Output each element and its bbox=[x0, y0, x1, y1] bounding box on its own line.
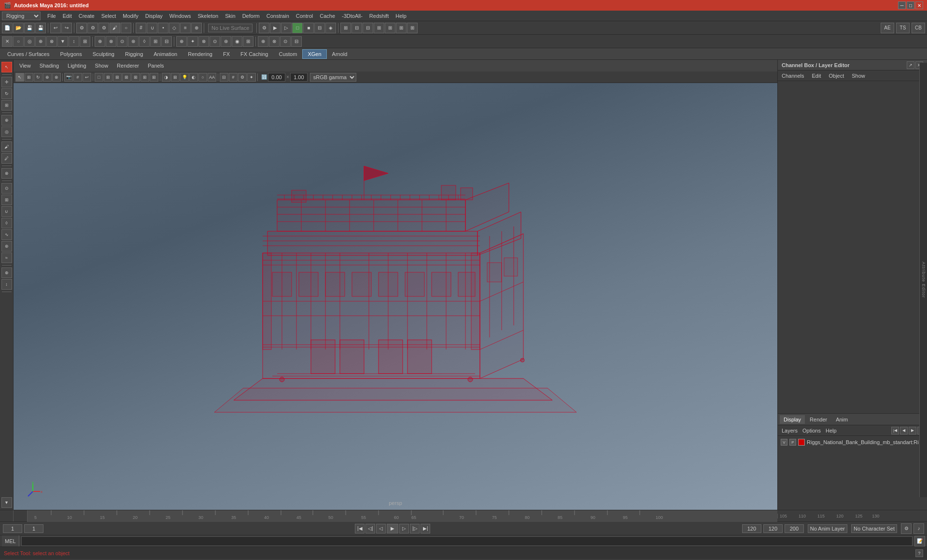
tool10[interactable]: ⊗ bbox=[106, 36, 116, 47]
vp-aa-btn[interactable]: AA bbox=[208, 73, 216, 82]
gamma-select[interactable]: sRGB gamma bbox=[310, 73, 356, 82]
menu-deform[interactable]: Deform bbox=[239, 12, 263, 20]
tab-channels[interactable]: Channels bbox=[780, 72, 806, 80]
xgen-tool8[interactable]: ⊞ bbox=[80, 36, 90, 47]
mode-selector[interactable]: Rigging bbox=[2, 12, 41, 20]
snap-to-grid-btn[interactable]: # bbox=[136, 23, 146, 33]
vp-select-btn[interactable]: ↖ bbox=[15, 73, 24, 82]
xgen-tool5[interactable]: ⊗ bbox=[46, 36, 57, 47]
vp-layout2-btn[interactable]: ⊞ bbox=[113, 73, 122, 82]
ik-handle-btn[interactable]: ↕ bbox=[1, 279, 12, 290]
bend-btn[interactable]: ∪ bbox=[1, 206, 12, 217]
vp-tab-panels[interactable]: Panels bbox=[144, 62, 168, 70]
make-live-btn[interactable]: ⊕ bbox=[191, 23, 202, 33]
channel-box-float-btn[interactable]: ↗ bbox=[907, 61, 914, 69]
tab-anim[interactable]: Anim bbox=[832, 415, 852, 424]
tab-fx-caching[interactable]: FX Caching bbox=[235, 49, 273, 59]
flare-btn[interactable]: ◊ bbox=[1, 218, 12, 228]
layout4-btn[interactable]: ⊞ bbox=[374, 23, 384, 33]
xgen-tool1[interactable]: ✕ bbox=[2, 36, 13, 47]
tab-sculpting[interactable]: Sculpting bbox=[87, 49, 120, 59]
redo-btn[interactable]: ↪ bbox=[61, 23, 72, 33]
transport-audio-btn[interactable]: ♪ bbox=[913, 523, 924, 534]
render-settings-btn[interactable]: ⚙ bbox=[259, 23, 269, 33]
timeline-ruler[interactable]: 5 10 15 20 25 30 35 40 45 50 55 60 bbox=[27, 510, 777, 522]
vp-grid-toggle-btn[interactable]: # bbox=[229, 73, 238, 82]
vp-shading-btn[interactable]: ◑ bbox=[162, 73, 170, 82]
vp-scale-btn[interactable]: ⊕ bbox=[43, 73, 52, 82]
channel-box-toggle-btn[interactable]: CB bbox=[912, 23, 925, 33]
tool15[interactable]: ⊟ bbox=[161, 36, 172, 47]
tab-render[interactable]: Render bbox=[806, 415, 831, 424]
select-by-object-type-btn[interactable]: ⚙ bbox=[98, 23, 109, 33]
scale-tool-btn[interactable]: ⊞ bbox=[1, 100, 12, 111]
tool26[interactable]: ⊟ bbox=[291, 36, 302, 47]
subtab-help[interactable]: Help bbox=[824, 427, 839, 434]
vp-layout6-btn[interactable]: ⊞ bbox=[150, 73, 158, 82]
menu-help[interactable]: Help bbox=[393, 12, 409, 20]
layer-skip-start[interactable]: |◀ bbox=[891, 427, 899, 434]
layer-prev[interactable]: ◀ bbox=[900, 427, 908, 434]
xgen-tool3[interactable]: ◎ bbox=[24, 36, 35, 47]
tool24[interactable]: ⊗ bbox=[269, 36, 280, 47]
menu-redshift[interactable]: Redshift bbox=[366, 12, 392, 20]
vp-tab-shading[interactable]: Shading bbox=[36, 62, 63, 70]
script-editor-btn[interactable]: 📝 bbox=[914, 536, 925, 546]
vp-rotate-btn[interactable]: ↻ bbox=[34, 73, 42, 82]
create-joint-btn[interactable]: ⊕ bbox=[1, 267, 12, 278]
tool11[interactable]: ⊙ bbox=[117, 36, 127, 47]
attr-editor-toggle-btn[interactable]: AE bbox=[881, 23, 894, 33]
tool22[interactable]: ⊞ bbox=[243, 36, 253, 47]
soft-modification-btn[interactable]: ◎ bbox=[1, 126, 12, 137]
paint-select-btn[interactable]: 🖌 bbox=[110, 23, 120, 33]
menu-control[interactable]: Control bbox=[293, 12, 316, 20]
status-help-btn[interactable]: ? bbox=[915, 549, 923, 557]
select-by-component-btn[interactable]: ⚙ bbox=[87, 23, 98, 33]
tool20[interactable]: ⊛ bbox=[221, 36, 231, 47]
tab-show[interactable]: Show bbox=[850, 72, 867, 80]
tab-object[interactable]: Object bbox=[827, 72, 846, 80]
select-by-hierarchy-btn[interactable]: ⚙ bbox=[76, 23, 87, 33]
tab-edit[interactable]: Edit bbox=[810, 72, 823, 80]
vp-shadow-btn[interactable]: ◐ bbox=[189, 73, 198, 82]
vp-tab-renderer[interactable]: Renderer bbox=[113, 62, 143, 70]
prev-key-btn[interactable]: ◁| bbox=[365, 524, 375, 533]
go-end-btn[interactable]: ▶| bbox=[421, 524, 430, 533]
vp-undo-cam-btn[interactable]: ↩ bbox=[83, 73, 91, 82]
vp-layout-btn[interactable]: ⊞ bbox=[104, 73, 112, 82]
play-fwd-btn[interactable]: ▶ bbox=[387, 524, 398, 533]
tab-custom[interactable]: Custom bbox=[274, 49, 303, 59]
wave-btn[interactable]: ≈ bbox=[1, 252, 12, 263]
xgen-tool6[interactable]: ▼ bbox=[57, 36, 68, 47]
save-scene-btn[interactable]: 💾 bbox=[24, 23, 35, 33]
tab-fx[interactable]: FX bbox=[218, 49, 235, 59]
transport-settings-btn[interactable]: ⚙ bbox=[901, 523, 912, 534]
render-view-btn[interactable]: □ bbox=[292, 23, 303, 33]
render-btn[interactable]: ▶ bbox=[270, 23, 281, 33]
move-tool-btn[interactable]: ✛ bbox=[1, 77, 12, 87]
vp-tab-show[interactable]: Show bbox=[91, 62, 112, 70]
go-start-btn[interactable]: |◀ bbox=[355, 524, 365, 533]
open-scene-btn[interactable]: 📂 bbox=[13, 23, 24, 33]
next-frame-btn[interactable]: ▷ bbox=[399, 524, 409, 533]
menu-windows[interactable]: Windows bbox=[167, 12, 194, 20]
layer-row-item[interactable]: V P Riggs_National_Bank_Building_mb_stan… bbox=[779, 437, 926, 448]
menu-display[interactable]: Display bbox=[142, 12, 166, 20]
layout3-btn[interactable]: ⊟ bbox=[363, 23, 373, 33]
menu-modify[interactable]: Modify bbox=[120, 12, 141, 20]
render-diag-btn[interactable]: ◈ bbox=[325, 23, 336, 33]
menu-skin[interactable]: Skin bbox=[222, 12, 238, 20]
layer-next[interactable]: ▶ bbox=[909, 427, 916, 434]
paint-sel-btn[interactable]: 🖌 bbox=[1, 141, 12, 152]
tool23[interactable]: ⊕ bbox=[258, 36, 268, 47]
vp-move-btn[interactable]: ⊞ bbox=[25, 73, 33, 82]
tool19[interactable]: ⊙ bbox=[210, 36, 220, 47]
tab-polygons[interactable]: Polygons bbox=[55, 49, 87, 59]
xgen-tool7[interactable]: ↕ bbox=[69, 36, 79, 47]
tool25[interactable]: ⊙ bbox=[280, 36, 291, 47]
vp-single-btn[interactable]: □ bbox=[95, 73, 103, 82]
tab-arnold[interactable]: Arnold bbox=[327, 49, 353, 59]
tool-settings-toggle-btn[interactable]: TS bbox=[896, 23, 910, 33]
layout2-btn[interactable]: ⊟ bbox=[351, 23, 362, 33]
lattice-btn[interactable]: ⊞ bbox=[1, 195, 12, 205]
